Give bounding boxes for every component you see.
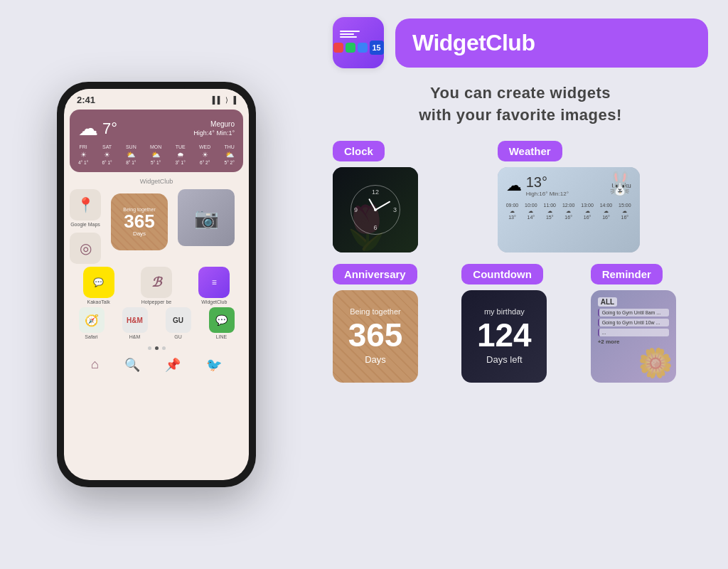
- weather-day-fri: FRI ☀ 4° 1°: [78, 144, 88, 165]
- anni-phone-label: Being together: [123, 207, 156, 212]
- nav-bird-icon: 🐦: [206, 357, 222, 373]
- weather-temp: 7°: [102, 119, 117, 138]
- countdown-label: Countdown: [461, 264, 542, 284]
- hotpepper-icon: ℬ: [141, 267, 172, 298]
- reminder-preview: ALL Going to Gym Until 8am ... Going to …: [591, 290, 676, 383]
- wp-time-0: 09:00: [506, 203, 519, 208]
- app-safari: 🧭 Safari: [79, 307, 105, 339]
- app-google-maps: 📍 Google Maps: [70, 189, 101, 227]
- anni-phone-unit: Days: [133, 230, 146, 237]
- weather-minmax: High:4° Min:1°: [193, 129, 235, 137]
- safari-icon: 🧭: [79, 307, 105, 333]
- weather-preview-bg: ☁ 13° High:16° Min:12° Ushiku 🐰 09:00 ☁: [498, 167, 640, 252]
- wp-day-0: 09:00 ☁ 13°: [506, 203, 519, 220]
- anniversary-label: Anniversary: [333, 264, 417, 284]
- wp-icon-4: ☁: [585, 208, 590, 214]
- tagline-line1: You can create widgets: [430, 84, 611, 102]
- wp-temp-5: 16°: [602, 215, 610, 220]
- clock-face: 12 3 6 9: [350, 185, 400, 235]
- right-panel: 15 WidgetClub You can create widgets wit…: [313, 0, 728, 569]
- tagline-line2: with your favorite images!: [419, 106, 622, 124]
- clock-bg: 🌷 12 3 6 9: [333, 167, 418, 252]
- wp-day-3: 12:00 ☁ 16°: [562, 203, 575, 220]
- rp-more: +2 more: [598, 339, 669, 345]
- line-icon: 💬: [209, 307, 235, 333]
- wp-icon-3: ☁: [566, 208, 571, 214]
- rp-item-1: Going to Gym Until 10w ...: [598, 319, 669, 326]
- wp-days: 09:00 ☁ 13° 10:00 ☁ 14° 11:00 ☁ 15°: [506, 203, 631, 220]
- weather-day-mon: MON ⛅ 5° 1°: [150, 144, 161, 165]
- wp-cloud-icon: ☁: [506, 176, 522, 195]
- wp-day-6: 15:00 ☁ 16°: [619, 203, 631, 220]
- wp-temp-2: 15°: [546, 215, 554, 220]
- wp-icon-1: ☁: [528, 208, 533, 214]
- icon-lines: [337, 31, 360, 38]
- clock-6: 6: [373, 224, 377, 231]
- gu-icon: GU: [166, 307, 191, 333]
- tagline-text: You can create widgets with your favorit…: [333, 83, 708, 127]
- weather-day-thu: THU ⛅ 5° 2°: [225, 144, 235, 165]
- app-widgetclub-phone: ≡ WidgetClub: [198, 267, 230, 304]
- badge-red: [333, 43, 343, 53]
- anniversary-preview: Being together 365 Days: [333, 290, 418, 383]
- clock-label: Clock: [333, 141, 385, 161]
- wp-day-2: 11:00 ☁ 15°: [543, 203, 556, 220]
- wifi-icon: ⟩: [225, 96, 228, 104]
- wp-temp-3: 16°: [564, 215, 572, 220]
- wp-time-1: 10:00: [525, 203, 537, 208]
- category-clock: Clock 🌷 12 3 6 9: [333, 141, 483, 252]
- category-reminder: Reminder ALL Going to Gym Until 8am ... …: [591, 264, 708, 383]
- rp-flower-icon: 🌼: [638, 346, 673, 380]
- clock-hour-hand: [368, 198, 376, 211]
- phone-anniversary-widget: Being together 365 Days: [111, 193, 168, 250]
- hm-label: H&M: [129, 334, 141, 339]
- nav-pin-icon: 📌: [165, 357, 181, 373]
- app-icon-inner: 15: [333, 17, 384, 68]
- phone-mockup: 2:41 ▌▌ ⟩ ▐ ☁ 7° Meguro High:4° Min:1°: [57, 82, 256, 487]
- clock-12: 12: [372, 188, 379, 196]
- wp-time-5: 14:00: [600, 203, 613, 208]
- wp-temp-1: 14°: [528, 215, 535, 220]
- page-dots: [64, 342, 249, 354]
- header-row: 15 WidgetClub: [333, 17, 708, 68]
- weather-label: Weather: [498, 141, 562, 161]
- cp-label: Days left: [486, 354, 523, 365]
- wp-temp-0: 13°: [508, 215, 516, 220]
- nav-home-icon: ⌂: [91, 357, 99, 373]
- analog-clock: 12 3 6 9: [350, 185, 400, 235]
- wp-time-3: 12:00: [562, 203, 575, 208]
- weather-day-sat: SAT ☀ 6° 1°: [102, 144, 112, 165]
- wp-minmax: High:16° Min:12°: [526, 191, 569, 197]
- category-weather: Weather ☁ 13° High:16° Min:12° Ushiku: [498, 141, 708, 252]
- clock-9: 9: [354, 206, 358, 213]
- wp-time-6: 15:00: [619, 203, 631, 208]
- app-icon-big: 15: [333, 17, 384, 68]
- signal-icon: ▌▌: [213, 96, 223, 104]
- widgetclub-phone-icon: ≡: [198, 267, 230, 298]
- rp-item-2: ...: [598, 329, 669, 336]
- phone-bottom-nav: ⌂ 🔍 📌 🐦: [64, 354, 249, 376]
- icon-line-1: [340, 31, 360, 32]
- phone-weather-widget: ☁ 7° Meguro High:4° Min:1° FRI ☀ 4° 1°: [70, 110, 243, 172]
- ap-days: Days: [365, 354, 386, 365]
- icon-line-3: [340, 36, 357, 38]
- cp-title: my birthday: [484, 307, 525, 316]
- app-wifi-placeholder: ◎: [70, 233, 101, 264]
- badge-15: 15: [370, 41, 384, 55]
- category-anniversary: Anniversary Being together 365 Days: [333, 264, 450, 383]
- battery-icon: ▐: [231, 96, 236, 104]
- reminder-label: Reminder: [591, 264, 663, 284]
- status-bar: 2:41 ▌▌ ⟩ ▐: [64, 89, 249, 107]
- countdown-preview: my birthday 124 Days left: [461, 290, 547, 383]
- wp-temp-6: 16°: [621, 215, 629, 220]
- app-hm: H&M H&M: [122, 307, 148, 339]
- hotpepper-label: Hotpepper be: [141, 299, 171, 304]
- kakao-icon: 💬: [83, 267, 114, 298]
- weather-day-wed: WED ☀ 6° 2°: [199, 144, 210, 165]
- bottom-icons: 🧭 Safari H&M H&M GU GU 💬 LINE: [64, 304, 249, 342]
- maps-icon: 📍: [70, 189, 101, 220]
- clock-preview: 🌷 12 3 6 9: [333, 167, 418, 252]
- weather-cloud-icon: ☁: [78, 117, 98, 140]
- phone-left-col: 📍 Google Maps ◎: [70, 189, 101, 264]
- wp-temp-4: 16°: [584, 215, 592, 220]
